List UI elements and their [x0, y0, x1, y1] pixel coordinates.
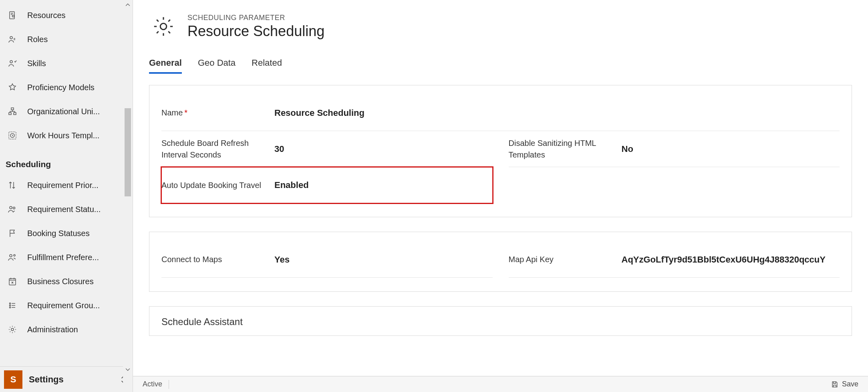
field-value[interactable]: 30 — [266, 144, 493, 154]
svg-point-10 — [13, 207, 15, 209]
sidebar-item-business-closures[interactable]: Business Closures — [0, 269, 133, 293]
tab-related[interactable]: Related — [252, 58, 282, 74]
schedule-assistant-card: Schedule Assistant — [149, 306, 852, 336]
status-people-icon — [7, 204, 18, 214]
entity-title: Resource Scheduling — [187, 23, 324, 40]
field-disable-sanitizing[interactable]: Disable Sanitizing HTML Templates No — [509, 131, 840, 167]
sidebar-item-label: Roles — [27, 35, 48, 44]
scroll-thumb[interactable] — [125, 108, 131, 196]
sidebar-item-label: Requirement Statu... — [27, 205, 101, 214]
sidebar-item-label: Skills — [27, 59, 46, 68]
entity-kind-label: SCHEDULING PARAMETER — [187, 14, 324, 22]
people-pref-icon — [7, 252, 18, 263]
tab-geo-data[interactable]: Geo Data — [198, 58, 236, 74]
svg-point-3 — [10, 61, 12, 63]
save-button[interactable]: Save — [831, 380, 858, 388]
sidebar-item-label: Business Closures — [27, 277, 94, 286]
field-label: Schedule Board Refresh Interval Seconds — [161, 137, 266, 161]
flag-icon — [7, 228, 18, 238]
svg-point-17 — [11, 328, 14, 331]
field-label: Map Api Key — [509, 254, 614, 265]
field-value[interactable]: Resource Scheduling — [266, 108, 840, 118]
field-name[interactable]: Name* Resource Scheduling — [161, 95, 840, 131]
field-value[interactable]: Yes — [266, 255, 493, 265]
field-value[interactable]: AqYzGoLfTyr9d51Bbl5tCexU6UHg4J88320qccuY — [614, 255, 840, 265]
scroll-down-icon[interactable] — [123, 365, 133, 374]
sidebar-item-organizational-units[interactable]: Organizational Uni... — [0, 99, 133, 123]
sidebar-item-label: Requirement Prior... — [27, 181, 99, 190]
sidebar-scrollbar[interactable] — [123, 0, 133, 392]
section-title: Schedule Assistant — [161, 314, 840, 327]
area-switcher[interactable]: S Settings — [0, 366, 133, 392]
area-badge: S — [4, 370, 22, 389]
save-label: Save — [842, 380, 858, 388]
sidebar-nav: Resources Roles Skills — [0, 0, 133, 392]
clock-template-icon — [7, 130, 18, 141]
save-icon — [831, 380, 839, 388]
org-icon — [7, 106, 18, 117]
svg-rect-13 — [9, 279, 16, 285]
form-header: SCHEDULING PARAMETER Resource Scheduling — [149, 12, 852, 41]
svg-point-18 — [160, 23, 167, 30]
sidebar-item-requirement-priorities[interactable]: Requirement Prior... — [0, 173, 133, 197]
field-auto-update-booking-travel[interactable]: Auto Update Booking Travel Enabled — [161, 167, 493, 203]
svg-point-11 — [10, 255, 12, 257]
field-label: Auto Update Booking Travel — [161, 180, 266, 191]
field-label: Disable Sanitizing HTML Templates — [509, 137, 614, 161]
area-name: Settings — [29, 374, 114, 385]
svg-point-16 — [10, 307, 11, 308]
sidebar-item-booking-statuses[interactable]: Booking Statuses — [0, 221, 133, 245]
field-label: Connect to Maps — [161, 254, 266, 265]
field-refresh-interval[interactable]: Schedule Board Refresh Interval Seconds … — [161, 131, 493, 167]
svg-point-14 — [10, 303, 11, 304]
field-label: Name* — [161, 107, 266, 119]
svg-rect-5 — [9, 113, 11, 115]
sidebar-item-label: Proficiency Models — [27, 83, 95, 92]
sidebar-item-label: Fulfillment Prefere... — [27, 253, 99, 262]
resources-icon — [7, 10, 18, 20]
sidebar-item-label: Booking Statuses — [27, 229, 90, 238]
sidebar-item-label: Organizational Uni... — [27, 107, 100, 116]
tab-general[interactable]: General — [149, 58, 182, 74]
required-asterisk: * — [184, 108, 187, 117]
gear-icon — [7, 324, 18, 335]
field-map-api-key[interactable]: Map Api Key AqYzGoLfTyr9d51Bbl5tCexU6UHg… — [509, 242, 840, 278]
maps-section-card: Connect to Maps Yes Map Api Key AqYzGoLf… — [149, 232, 852, 292]
sidebar-item-label: Administration — [27, 325, 78, 334]
svg-point-1 — [12, 15, 14, 17]
sidebar-item-requirement-groups[interactable]: Requirement Grou... — [0, 293, 133, 317]
svg-point-2 — [10, 36, 12, 39]
scroll-up-icon[interactable] — [123, 0, 133, 10]
field-empty — [509, 167, 840, 203]
sidebar-item-roles[interactable]: Roles — [0, 27, 133, 51]
sidebar-item-resources[interactable]: Resources — [0, 3, 133, 27]
gear-large-icon — [149, 12, 178, 41]
calendar-x-icon — [7, 276, 18, 287]
field-connect-to-maps[interactable]: Connect to Maps Yes — [161, 242, 493, 278]
skills-icon — [7, 58, 18, 69]
list-icon — [7, 300, 18, 311]
field-value[interactable]: No — [614, 144, 840, 154]
main-area: SCHEDULING PARAMETER Resource Scheduling… — [133, 0, 868, 392]
sidebar-item-label: Resources — [27, 11, 66, 20]
svg-point-12 — [14, 255, 15, 256]
status-bar: Active Save — [133, 376, 868, 392]
svg-point-15 — [10, 305, 11, 306]
sidebar-item-administration[interactable]: Administration — [0, 317, 133, 341]
sidebar-item-work-hours-templates[interactable]: Work Hours Templ... — [0, 123, 133, 148]
priority-icon — [7, 180, 18, 190]
sidebar-item-label: Work Hours Templ... — [27, 131, 99, 140]
sidebar-item-requirement-statuses[interactable]: Requirement Statu... — [0, 197, 133, 221]
form-tabs: General Geo Data Related — [149, 58, 852, 74]
sidebar-item-skills[interactable]: Skills — [0, 51, 133, 75]
svg-rect-6 — [14, 113, 16, 115]
roles-icon — [7, 34, 18, 44]
svg-point-9 — [10, 206, 12, 209]
general-section-card: Name* Resource Scheduling Schedule Board… — [149, 85, 852, 217]
star-icon — [7, 82, 18, 93]
sidebar-item-fulfillment-preferences[interactable]: Fulfillment Prefere... — [0, 245, 133, 269]
field-value[interactable]: Enabled — [266, 180, 493, 190]
sidebar-item-proficiency-models[interactable]: Proficiency Models — [0, 75, 133, 99]
record-state: Active — [143, 380, 162, 388]
svg-rect-4 — [11, 108, 14, 110]
